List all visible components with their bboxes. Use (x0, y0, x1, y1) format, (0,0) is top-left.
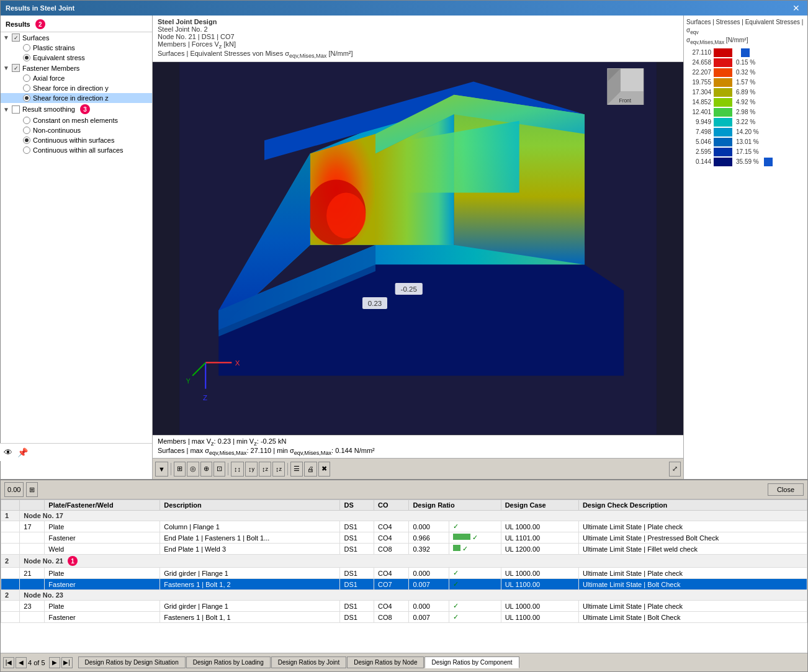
main-window: Results in Steel Joint ✕ Results 2 ▼ ✓ S… (0, 0, 808, 672)
info-line-3: Node No. 21 | DS1 | CO7 (158, 33, 678, 40)
badge-1: 1 (68, 556, 78, 566)
table-row[interactable]: Weld End Plate 1 | Weld 3 DS1 CO8 0.392 … (1, 544, 807, 555)
tree-item-non-continuous[interactable]: Non-continuous (1, 125, 152, 135)
tab-node[interactable]: Design Ratios by Node (347, 656, 424, 668)
cell-id (20, 612, 45, 623)
toolbar-btn-circle[interactable]: ◎ (187, 462, 199, 477)
cell-desc: Fasteners 1 | Bolt 1, 1 (160, 612, 340, 623)
tab-loading[interactable]: Design Ratios by Loading (186, 656, 271, 668)
group-label: Node No. 23 (20, 590, 807, 601)
cell-co: CO7 (374, 579, 408, 590)
tree-item-shear-y[interactable]: Shear force in direction y (1, 83, 152, 93)
cell-id (20, 579, 45, 590)
cell-ds: DS1 (340, 544, 374, 555)
toolbar-btn-expand[interactable]: ⤢ (669, 462, 681, 477)
tree-item-plastic-strains[interactable]: Plastic strains (1, 43, 152, 53)
nav-prev[interactable]: ◀ (16, 657, 27, 668)
tab-component[interactable]: Design Ratios by Component (424, 656, 519, 668)
toolbar-btn-square[interactable]: ⊡ (213, 462, 225, 477)
nav-next[interactable]: ▶ (49, 657, 60, 668)
table-row[interactable]: Fastener Fasteners 1 | Bolt 1, 1 DS1 CO8… (1, 612, 807, 623)
cell-co: CO8 (374, 612, 408, 623)
center-panel: Steel Joint Design Steel Joint No. 2 Nod… (153, 16, 683, 479)
table-row[interactable]: 23 Plate Grid girder | Flange 1 DS1 CO4 … (1, 601, 807, 612)
table-row[interactable]: 21 Plate Grid girder | Flange 1 DS1 CO4 … (1, 568, 807, 579)
legend-val-2: 22.207 (686, 69, 711, 76)
tree-item-result-smoothing[interactable]: ▼ Result smoothing 3 (1, 103, 152, 115)
legend-val-1: 24.658 (686, 59, 711, 66)
equivalent-stress-radio[interactable] (23, 54, 30, 61)
viewport[interactable]: 0.23 -0.25 X Z (153, 62, 683, 434)
toolbar-btn-list[interactable]: ☰ (290, 462, 303, 477)
tree-item-axial-force[interactable]: Axial force (1, 73, 152, 83)
title-bar: Results in Steel Joint ✕ (1, 1, 807, 16)
close-window-button[interactable]: ✕ (790, 3, 802, 13)
close-button[interactable]: Close (768, 483, 804, 496)
tree-item-equivalent-stress[interactable]: Equivalent stress (1, 53, 152, 63)
eye-icon-btn[interactable]: 👁 (4, 447, 12, 457)
tree-item-shear-z[interactable]: Shear force in direction z (1, 93, 152, 103)
cell-check: Ultimate Limit State | Bolt Check (578, 579, 807, 590)
cell-check: Ultimate Limit State | Plate check (578, 521, 807, 532)
cell-type: Fastener (45, 532, 160, 544)
continuous-surfaces-radio[interactable] (23, 137, 30, 144)
tab-joint[interactable]: Design Ratios by Joint (271, 656, 347, 668)
tab-design-situation[interactable]: Design Ratios by Design Situation (78, 656, 186, 668)
bottom-info-1: Members | max Vz: 0.23 | min Vz: -0.25 k… (158, 437, 678, 447)
tree-item-surfaces[interactable]: ▼ ✓ Surfaces (1, 32, 152, 43)
bottom-toolbar-btn2[interactable]: ⊞ (26, 482, 38, 497)
table-row[interactable]: 17 Plate Column | Flange 1 DS1 CO4 0.000… (1, 521, 807, 532)
pin-icon-btn[interactable]: 📌 (17, 447, 28, 457)
svg-point-11 (326, 193, 366, 239)
col-ratio: Design Ratio (409, 500, 501, 511)
page-info: 4 of 5 (28, 659, 45, 666)
svg-marker-28 (621, 69, 644, 92)
continuous-all-radio[interactable] (23, 146, 30, 154)
cell-ds: DS1 (340, 601, 374, 612)
table-row[interactable]: Fastener End Plate 1 | Fasteners 1 | Bol… (1, 532, 807, 544)
toolbar-btn-sort2[interactable]: ↕y (245, 462, 258, 477)
non-continuous-label: Non-continuous (33, 127, 81, 134)
tree-item-fastener-members[interactable]: ▼ ✓ Fastener Members (1, 63, 152, 73)
smoothing-checkbox[interactable] (12, 105, 20, 114)
cell-id (20, 544, 45, 555)
tabs-bottom: |◀ ◀ 4 of 5 ▶ ▶| Design Ratios by Design… (1, 653, 807, 671)
toolbar-btn-sort4[interactable]: ↕z (272, 462, 285, 477)
cell-check: Ultimate Limit State | Prestressed Bolt … (578, 532, 807, 544)
cell-co: CO4 (374, 521, 408, 532)
cell-dc: UL 1000.00 (501, 521, 578, 532)
table-row-highlighted[interactable]: Fastener Fasteners 1 | Bolt 1, 2 DS1 CO7… (1, 579, 807, 590)
fastener-checkbox[interactable]: ✓ (12, 64, 20, 72)
shear-z-radio[interactable] (23, 94, 30, 102)
legend-row-3: 19.755 1.57 % (686, 78, 805, 87)
legend-bar-11 (714, 158, 732, 166)
toolbar-btn-grid[interactable]: ⊞ (174, 462, 186, 477)
cell-ratio-bar: ✓ (449, 612, 501, 623)
plastic-strains-radio[interactable] (23, 44, 30, 52)
constant-mesh-radio[interactable] (23, 117, 30, 124)
svg-text:0.23: 0.23 (368, 300, 382, 307)
cell-type: Fastener (45, 579, 160, 590)
window-title: Results in Steel Joint (6, 4, 74, 12)
tree-item-constant-mesh[interactable]: Constant on mesh elements (1, 115, 152, 125)
toolbar-btn-x[interactable]: ✖ (318, 462, 330, 477)
tree-item-continuous-surfaces[interactable]: Continuous within surfaces (1, 135, 152, 145)
toolbar-btn-plus[interactable]: ⊕ (200, 462, 212, 477)
toolbar-btn-sort1[interactable]: ↕↕ (231, 462, 244, 477)
nav-first[interactable]: |◀ (3, 657, 14, 668)
axial-force-radio[interactable] (23, 74, 30, 82)
non-continuous-radio[interactable] (23, 127, 30, 134)
cell-ratio-val: 0.007 (409, 612, 449, 623)
toolbar-btn-print[interactable]: 🖨 (304, 462, 317, 477)
shear-y-radio[interactable] (23, 84, 30, 92)
col-ds: DS (340, 500, 374, 511)
surfaces-checkbox[interactable]: ✓ (12, 34, 20, 42)
group-label: Node No. 21 1 (20, 555, 807, 568)
badge-3: 3 (80, 104, 90, 114)
nav-last[interactable]: ▶| (61, 657, 73, 668)
cell-ds: DS1 (340, 612, 374, 623)
tree-item-continuous-all[interactable]: Continuous within all surfaces (1, 145, 152, 155)
toolbar-btn-arrow[interactable]: ▼ (155, 462, 168, 477)
bottom-toolbar-btn1[interactable]: 0.00 (4, 482, 24, 497)
toolbar-btn-sort3[interactable]: ↕z (259, 462, 271, 477)
